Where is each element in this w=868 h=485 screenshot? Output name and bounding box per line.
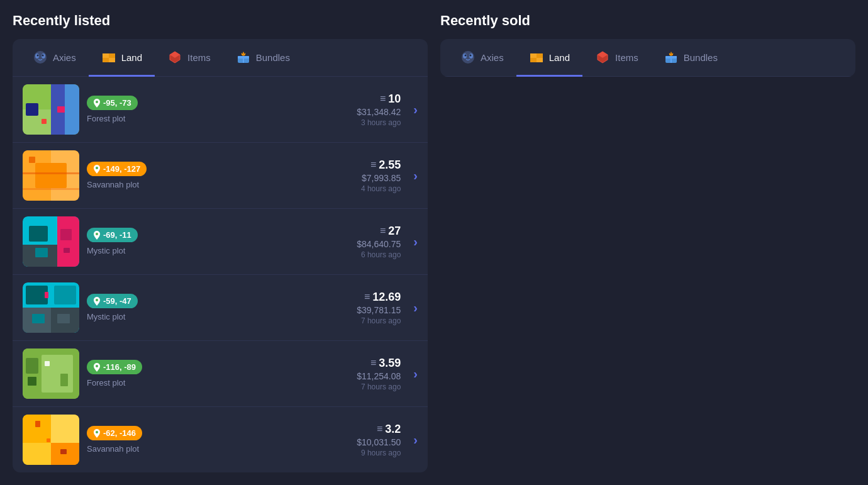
tab-land-sold[interactable]: Land <box>516 40 582 77</box>
tab-bundles-sold[interactable]: Bundles <box>651 40 730 77</box>
location-badge: -149, -127 <box>87 162 147 176</box>
land-type-label: Forest plot <box>87 114 311 123</box>
eth-value: 12.69 <box>372 291 401 304</box>
price-section: ≡ 27$84,640.756 hours ago <box>319 225 401 259</box>
eth-price: ≡ 12.69 <box>364 291 401 304</box>
svg-point-3 <box>37 55 39 57</box>
svg-rect-43 <box>32 314 45 323</box>
recently-listed-tabs: Axies Land <box>13 39 428 77</box>
recently-sold-tabs: Axies Land <box>440 39 855 77</box>
tab-axies-listed[interactable]: Axies <box>20 40 89 77</box>
svg-rect-35 <box>60 229 72 240</box>
coordinates: -149, -127 <box>103 164 140 174</box>
land-thumbnail <box>23 415 79 465</box>
chevron-right-icon[interactable]: › <box>413 301 418 315</box>
tab-items-sold[interactable]: Items <box>582 40 651 77</box>
svg-rect-12 <box>243 56 244 63</box>
svg-rect-50 <box>26 358 38 374</box>
time-ago: 6 hours ago <box>361 250 401 259</box>
usd-price: $31,348.42 <box>357 107 401 117</box>
location-badge: -95, -73 <box>87 96 138 110</box>
eth-symbol: ≡ <box>377 423 382 435</box>
svg-rect-51 <box>28 377 36 386</box>
time-ago: 3 hours ago <box>361 118 401 127</box>
listing-item[interactable]: -69, -11Mystic plot≡ 27$84,640.756 hours… <box>13 209 428 275</box>
eth-price: ≡ 2.55 <box>370 159 401 172</box>
bundles-icon <box>236 50 251 65</box>
tab-axies-label: Axies <box>53 52 76 63</box>
pin-icon <box>93 363 101 372</box>
svg-rect-58 <box>51 415 79 443</box>
tab-items-label: Items <box>187 52 211 63</box>
chevron-right-icon[interactable]: › <box>413 235 418 249</box>
land-info: -95, -73Forest plot <box>87 96 311 123</box>
bundles-sold-icon <box>664 50 679 65</box>
svg-rect-76 <box>670 56 672 63</box>
eth-symbol: ≡ <box>370 159 376 170</box>
items-sold-icon <box>595 50 610 65</box>
pin-icon <box>93 429 101 438</box>
chevron-right-icon[interactable]: › <box>413 103 418 117</box>
land-info: -62, -146Savannah plot <box>87 426 311 454</box>
listing-item[interactable]: -59, -47Mystic plot≡ 12.69$39,781.157 ho… <box>13 275 428 341</box>
tab-land-label: Land <box>121 52 142 63</box>
svg-rect-59 <box>23 443 51 465</box>
svg-rect-6 <box>103 53 109 58</box>
axies-icon <box>33 50 48 65</box>
svg-rect-42 <box>54 286 76 304</box>
land-type-label: Mystic plot <box>87 312 311 321</box>
svg-rect-52 <box>45 361 50 366</box>
tab-axies-sold-label: Axies <box>481 52 504 63</box>
tab-land-listed[interactable]: Land <box>89 40 155 77</box>
tab-axies-sold[interactable]: Axies <box>448 40 516 77</box>
svg-rect-72 <box>530 58 537 62</box>
eth-symbol: ≡ <box>380 93 386 104</box>
land-thumbnail <box>23 348 79 399</box>
svg-rect-56 <box>23 415 51 443</box>
recently-listed-title: Recently listed <box>13 13 428 29</box>
svg-point-68 <box>470 55 472 57</box>
land-type-label: Savannah plot <box>87 444 311 454</box>
svg-rect-73 <box>537 58 543 62</box>
tab-bundles-listed[interactable]: Bundles <box>223 40 303 77</box>
svg-point-54 <box>96 365 98 367</box>
usd-price: $11,254.08 <box>357 371 401 381</box>
pin-icon <box>93 99 101 108</box>
coordinates: -62, -146 <box>103 428 136 438</box>
location-badge: -62, -146 <box>87 426 142 440</box>
price-section: ≡ 10$31,348.423 hours ago <box>319 92 401 127</box>
land-type-label: Savannah plot <box>87 180 311 189</box>
eth-value: 27 <box>388 225 401 238</box>
eth-symbol: ≡ <box>364 291 370 303</box>
chevron-right-icon[interactable]: › <box>413 169 418 183</box>
tab-bundles-sold-label: Bundles <box>684 52 718 63</box>
svg-rect-31 <box>57 216 79 267</box>
eth-price: ≡ 3.2 <box>377 423 401 436</box>
land-icon <box>101 50 116 65</box>
time-ago: 7 hours ago <box>361 316 401 325</box>
svg-rect-53 <box>60 374 68 386</box>
chevron-right-icon[interactable]: › <box>413 367 418 381</box>
land-info: -149, -127Savannah plot <box>87 162 311 189</box>
tab-items-sold-label: Items <box>615 52 638 63</box>
listing-item[interactable]: -116, -89Forest plot≡ 3.59$11,254.087 ho… <box>13 341 428 407</box>
chevron-right-icon[interactable]: › <box>413 433 418 447</box>
listing-item[interactable]: -62, -146Savannah plot≡ 3.2$10,031.509 h… <box>13 407 428 472</box>
location-badge: -59, -47 <box>87 294 138 308</box>
listing-item[interactable]: -149, -127Savannah plot≡ 2.55$7,993.854 … <box>13 143 428 209</box>
land-info: -69, -11Mystic plot <box>87 228 311 255</box>
svg-rect-20 <box>42 119 47 124</box>
tab-items-listed[interactable]: Items <box>155 40 223 77</box>
svg-rect-9 <box>109 58 115 62</box>
svg-rect-45 <box>45 292 48 298</box>
svg-rect-18 <box>26 103 38 116</box>
land-info: -116, -89Forest plot <box>87 360 311 387</box>
land-sold-icon <box>529 50 544 65</box>
coordinates: -69, -11 <box>103 230 131 240</box>
listings-container: -95, -73Forest plot≡ 10$31,348.423 hours… <box>13 77 428 472</box>
listing-item[interactable]: -95, -73Forest plot≡ 10$31,348.423 hours… <box>13 77 428 143</box>
pin-icon <box>93 297 101 306</box>
svg-rect-60 <box>35 421 40 427</box>
svg-rect-62 <box>47 438 50 442</box>
price-section: ≡ 12.69$39,781.157 hours ago <box>319 291 401 325</box>
